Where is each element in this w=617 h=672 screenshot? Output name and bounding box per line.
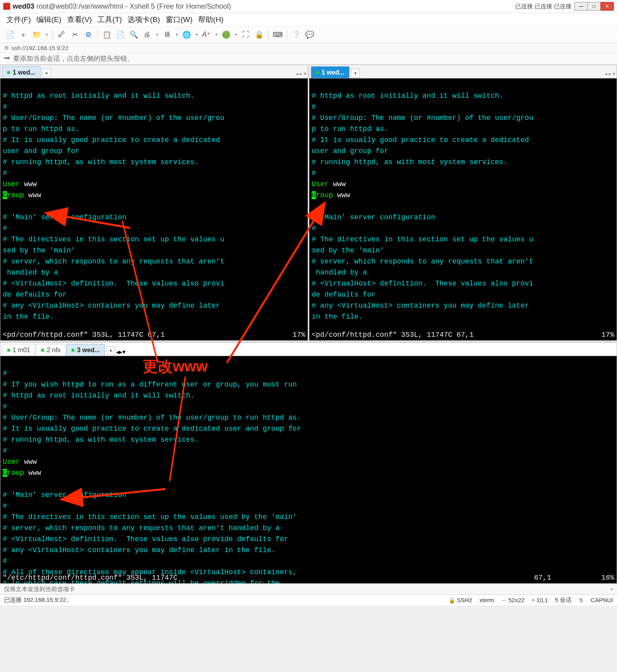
dropdown-icon[interactable]: ▾ <box>214 29 219 41</box>
status-cursor: 10,1 <box>537 597 548 603</box>
status-dot-icon <box>71 349 75 352</box>
menu-tools[interactable]: 工具(T) <box>97 15 122 25</box>
tab-m01[interactable]: 1 m01 <box>2 344 35 356</box>
close-button[interactable]: ✕ <box>600 2 614 11</box>
ssh-icon: 🔒 <box>449 597 455 603</box>
tab-wed-bottom[interactable]: 3 wed... <box>66 344 105 356</box>
tab-menu-icon[interactable]: ▾ <box>613 71 615 77</box>
size-icon: ↔ <box>501 597 507 603</box>
updown-icon: ⇅ <box>579 597 583 603</box>
encoding-icon[interactable]: 🌐 <box>181 29 193 41</box>
bullet-icon: ⊕ <box>4 44 9 51</box>
menu-help[interactable]: 帮助(H) <box>198 15 223 25</box>
dropdown-icon[interactable]: ▾ <box>234 29 238 41</box>
menu-window[interactable]: 窗口(W) <box>166 15 193 25</box>
dropdown-icon[interactable]: ▾ <box>174 29 179 41</box>
tab-add-button[interactable]: + <box>107 346 115 355</box>
dropdown-icon[interactable]: ▾ <box>155 29 159 41</box>
tab-prev-icon[interactable]: ◂ <box>116 349 119 355</box>
footer-send-mode[interactable]: 仅将文本发送到当前选项卡 ▾ <box>0 584 617 594</box>
status-sessions: 5 会话 <box>555 596 572 604</box>
tab-next-icon[interactable]: ▸ <box>119 349 122 355</box>
open-folder-icon[interactable]: 📁 <box>31 29 43 41</box>
add-icon[interactable]: ＋ <box>17 29 29 41</box>
status-ime: CAPNUI <box>591 597 613 603</box>
dropdown-icon[interactable]: ▾ <box>44 29 49 41</box>
hint-arrow-icon[interactable]: ⮕ <box>4 55 11 63</box>
color-icon[interactable]: 🟢 <box>220 29 232 41</box>
address-bar[interactable]: ⊕ ssh://192.168.15.9:22 <box>0 43 617 53</box>
connection-status-text: 已连接 已连接 已连接 <box>515 3 572 10</box>
fullscreen-icon[interactable]: ⛶ <box>240 29 252 41</box>
vim-statusline-bottom: "/etc/httpd/conf/httpd.conf" 353L, 11747… <box>3 572 614 583</box>
tab-add-button[interactable]: + <box>351 69 360 77</box>
vim-statusline-right: <pd/conf/httpd.conf" 353L, 11747C 67,117… <box>312 329 614 340</box>
status-size: 52x22 <box>509 597 525 603</box>
pane-right: 1 wed... + ◂▸▾ # httpd as root initially… <box>309 65 617 341</box>
print-icon[interactable]: 🖨 <box>141 29 153 41</box>
maximize-button[interactable]: □ <box>587 2 601 11</box>
menu-view[interactable]: 查看(V) <box>67 15 92 25</box>
tabrow-left: 1 wed... + ◂▸▾ <box>0 65 308 78</box>
cursor-icon: ⌖ <box>532 597 535 603</box>
disconnect-icon[interactable]: ✂ <box>69 29 81 41</box>
status-bar: 已连接 192.168.15.9:22。 🔒SSH2 xterm ↔52x22 … <box>0 594 617 605</box>
status-dot-icon <box>316 71 319 74</box>
panes-top: 1 wed... + ◂▸▾ # httpd as root initially… <box>0 65 617 341</box>
hint-text: 要添加当前会话，点击左侧的箭头按钮。 <box>13 54 134 63</box>
address-text: ssh://192.168.15.9:22 <box>11 45 68 51</box>
status-dot-icon <box>7 349 10 352</box>
status-dot-icon <box>7 71 10 74</box>
menubar: 文件(F) 编辑(E) 查看(V) 工具(T) 选项卡(B) 窗口(W) 帮助(… <box>0 13 617 26</box>
terminal-right[interactable]: # httpd as root initially and it will sw… <box>309 78 617 340</box>
tab-prev-icon[interactable]: ◂ <box>605 71 607 77</box>
status-ssh: SSH2 <box>457 597 472 603</box>
font-icon[interactable]: A⁺ <box>200 29 212 41</box>
toolbar: 📄 ＋ 📁 ▾ 🖉 ✂ ⚙ 📋 📄 🔍 🖨 ▾ 🖥 ▾ 🌐 ▾ A⁺ ▾ 🟢 ▾… <box>0 26 617 43</box>
window-title: wed03 root@web03:/var/www/html - Xshell … <box>13 2 231 11</box>
tabrow-bottom: 1 m01 2 nfs 3 wed... + ◂▸▾ <box>0 343 617 356</box>
terminal-bottom[interactable]: # # If you wish httpd to run as a differ… <box>0 356 617 583</box>
hint-bar: ⮕ 要添加当前会话，点击左侧的箭头按钮。 <box>0 53 617 65</box>
menu-tabs[interactable]: 选项卡(B) <box>127 15 160 25</box>
vim-statusline-left: <pd/conf/httpd.conf" 353L, 11747C 67,117… <box>3 329 305 340</box>
reconnect-icon[interactable]: 🖉 <box>56 29 67 41</box>
tab-add-button[interactable]: + <box>42 69 51 77</box>
status-term: xterm <box>479 597 494 603</box>
screen-icon[interactable]: 🖥 <box>161 29 173 41</box>
properties-icon[interactable]: ⚙ <box>82 29 94 41</box>
tabrow-right: 1 wed... + ◂▸▾ <box>309 65 617 78</box>
menu-edit[interactable]: 编辑(E) <box>36 15 61 25</box>
app-icon <box>3 3 10 10</box>
pane-bottom: 1 m01 2 nfs 3 wed... + ◂▸▾ # # If you wi… <box>0 342 617 584</box>
dropdown-icon[interactable]: ▾ <box>194 29 199 41</box>
tab-next-icon[interactable]: ▸ <box>609 71 611 77</box>
menu-file[interactable]: 文件(F) <box>6 15 31 25</box>
status-dot-icon <box>41 349 44 352</box>
copy-icon[interactable]: 📋 <box>101 29 113 41</box>
help-icon[interactable]: ❔ <box>290 29 302 41</box>
terminal-left[interactable]: # httpd as root initially and it will sw… <box>0 78 308 340</box>
find-icon[interactable]: 🔍 <box>128 29 140 41</box>
feedback-icon[interactable]: 💬 <box>304 29 316 41</box>
footer-send-mode-text: 仅将文本发送到当前选项卡 <box>4 586 75 593</box>
titlebar: wed03 root@web03:/var/www/html - Xshell … <box>0 0 617 13</box>
pane-left: 1 wed... + ◂▸▾ # httpd as root initially… <box>0 65 308 341</box>
tab-menu-icon[interactable]: ▾ <box>304 71 306 77</box>
tab-prev-icon[interactable]: ◂ <box>296 71 298 77</box>
tab-nfs[interactable]: 2 nfs <box>36 344 65 356</box>
lock-icon[interactable]: 🔒 <box>253 29 265 41</box>
status-connection: 已连接 192.168.15.9:22。 <box>4 596 72 604</box>
minimize-button[interactable]: — <box>574 2 588 11</box>
paste-icon[interactable]: 📄 <box>114 29 126 41</box>
tab-wed-right[interactable]: 1 wed... <box>311 66 350 78</box>
tab-wed-left[interactable]: 1 wed... <box>2 66 41 78</box>
new-session-icon[interactable]: 📄 <box>4 29 16 41</box>
keyboard-icon[interactable]: ⌨ <box>272 29 284 41</box>
dropdown-icon[interactable]: ▾ <box>611 587 613 592</box>
tab-menu-icon[interactable]: ▾ <box>122 349 125 355</box>
tab-next-icon[interactable]: ▸ <box>300 71 302 77</box>
